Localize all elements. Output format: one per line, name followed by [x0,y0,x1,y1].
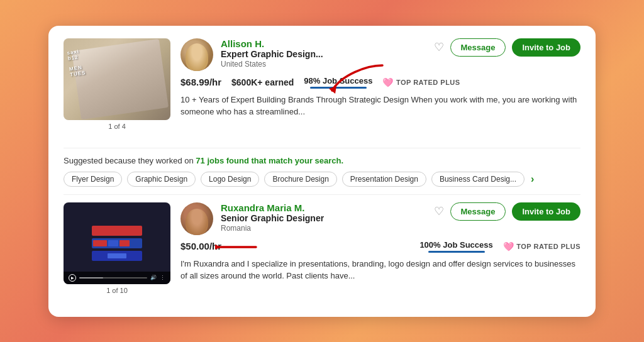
suggested-text: Suggested because they worked on [64,156,194,165]
invite-button-2[interactable]: Invite to Job [512,202,580,221]
job-success-bar-1 [310,87,367,89]
freelancer-name-1: Allison H. [221,38,426,49]
message-button-2[interactable]: Message [450,202,506,221]
invite-button-1[interactable]: Invite to Job [512,38,580,57]
stats-wrapper-2: $50.00/hr 100% Job Success 🩷 [180,240,580,253]
heart-button-2[interactable]: ♡ [434,204,444,218]
tag-logo[interactable]: Logo Design [201,172,259,187]
freelancer-title-2: Senior Graphic Designer [221,213,426,223]
top-rated-badge-1: 🩷 TOP RATED PLUS [382,77,460,87]
action-buttons-2: ♡ Message Invite to Job [434,202,580,221]
tag-flyer[interactable]: Flyer Design [64,172,122,187]
tag-graphic[interactable]: Graphic Design [127,172,196,187]
description-1: 10 + Years of Expert Building Brands Thr… [180,94,580,118]
freelancer-name-2: Ruxandra Maria M. [221,202,426,213]
freelancer-info-2: Ruxandra Maria M. Senior Graphic Designe… [180,202,580,282]
divider-2 [64,194,580,195]
earned-1: $600K+ earned [231,77,294,87]
thumb-label-1: 1 of 4 [64,123,170,130]
job-success-1: 98% Job Success [304,76,372,89]
avatar-1 [180,38,213,71]
freelancer-location-1: United States [221,60,426,69]
badge-heart-icon-2: 🩷 [503,241,514,251]
freelancer-row-2: ▶ 🔊 ⋮ 1 of 10 Ruxandra Maria M. [64,202,580,304]
name-block-1: Allison H. Expert Graphic Design... Unit… [221,38,426,69]
thumbnail-1: saxib12MENTUES 1 of 4 [64,38,170,130]
video-slide-red [92,226,142,236]
thumbnail-2: ▶ 🔊 ⋮ 1 of 10 [64,202,170,294]
description-2: I'm Ruxandra and I specialize in present… [180,258,580,282]
job-success-label-2: 100% Job Success [419,240,492,250]
info-header-2: Ruxandra Maria M. Senior Graphic Designe… [180,202,580,235]
heart-button-1[interactable]: ♡ [434,40,444,54]
badge-label-1: TOP RATED PLUS [396,79,460,86]
tag-brochure[interactable]: Brochure Design [264,172,336,187]
job-success-bar-2 [428,251,485,253]
main-card: saxib12MENTUES 1 of 4 Allison H. Expert … [48,26,596,317]
name-block-2: Ruxandra Maria M. Senior Graphic Designe… [221,202,426,233]
rate-1: $68.99/hr [180,77,221,87]
stats-wrapper-1: $68.99/hr $600K+ earned 98% Job Success … [180,76,580,89]
suggested-row: Suggested because they worked on 71 jobs… [64,156,580,165]
tags-chevron-right[interactable]: › [531,174,534,185]
thumb-label-2: 1 of 10 [64,287,170,294]
job-success-2: 100% Job Success [419,240,492,253]
action-buttons-1: ♡ Message Invite to Job [434,38,580,57]
video-slide-mixed [92,238,142,248]
stats-row-2: $50.00/hr 100% Job Success 🩷 [180,240,580,253]
badge-heart-icon-1: 🩷 [382,77,394,87]
tag-presentation[interactable]: Presentation Design [342,172,426,187]
freelancer-location-2: Romania [221,224,426,233]
suggested-link[interactable]: 71 jobs found that match your search. [196,156,343,165]
divider-1 [64,148,580,148]
info-header-1: Allison H. Expert Graphic Design... Unit… [180,38,580,71]
top-rated-badge-2: 🩷 TOP RATED PLUS [503,241,580,251]
svg-marker-1 [215,245,221,250]
freelancer-title-1: Expert Graphic Design... [221,49,426,59]
freelancer-row-1: saxib12MENTUES 1 of 4 Allison H. Expert … [64,38,580,140]
job-success-label-1: 98% Job Success [304,76,372,86]
tag-business-card[interactable]: Business Card Desig... [431,172,525,187]
message-button-1[interactable]: Message [450,38,506,57]
badge-label-2: TOP RATED PLUS [516,243,580,250]
stats-row-1: $68.99/hr $600K+ earned 98% Job Success … [180,76,580,89]
freelancer-info-1: Allison H. Expert Graphic Design... Unit… [180,38,580,118]
avatar-2 [180,202,213,235]
tags-row: Flyer Design Graphic Design Logo Design … [64,172,580,187]
